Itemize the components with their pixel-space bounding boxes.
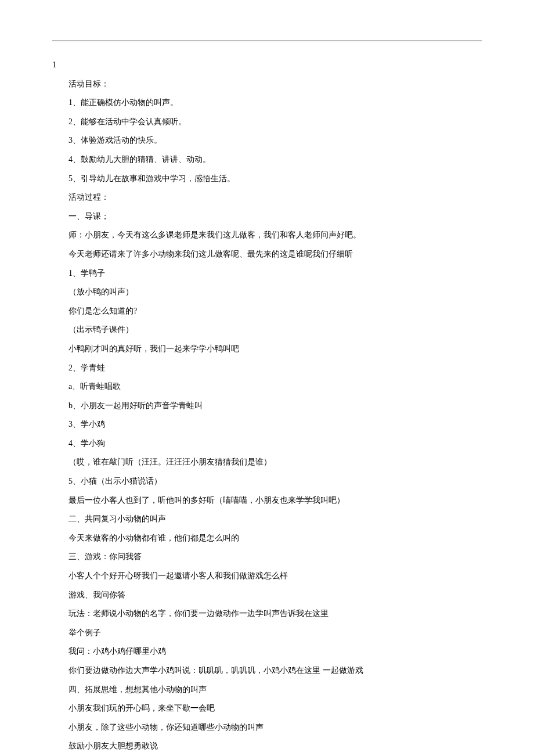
body-line: 1、学鸭子 (52, 266, 482, 282)
body-line: 今天来做客的小动物都有谁，他们都是怎么叫的 (52, 531, 482, 546)
body-line: （出示鸭子课件） (52, 322, 482, 338)
body-line: 2、学青蛙 (52, 361, 482, 376)
body-line: 小朋友，除了这些小动物，你还知道哪些小动物的叫声 (52, 720, 482, 736)
document-page: 1 活动目标： 1、能正确模仿小动物的叫声。 2、能够在活动中学会认真倾听。 3… (0, 0, 534, 756)
body-line: （放小鸭的叫声） (52, 285, 482, 300)
body-line: 今天老师还请来了许多小动物来我们这儿做客呢、最先来的这是谁呢我们仔细听 (52, 247, 482, 262)
body-line: 小朋友我们玩的开心吗，来坐下歇一会吧 (52, 701, 482, 717)
body-line: 4、学小狗 (52, 436, 482, 452)
body-line: 3、体验游戏活动的快乐。 (52, 133, 482, 149)
body-line: 师：小朋友，今天有这么多课老师是来我们这儿做客，我们和客人老师问声好吧。 (52, 228, 482, 243)
body-line: 活动目标： (52, 77, 482, 92)
body-line: 4、鼓励幼儿大胆的猜猜、讲讲、动动。 (52, 152, 482, 168)
body-line: 鼓励小朋友大胆想勇敢说 (52, 739, 482, 754)
body-line: 一、导课； (52, 209, 482, 225)
body-line: 活动过程： (52, 190, 482, 206)
body-line: b、小朋友一起用好听的声音学青蛙叫 (52, 398, 482, 414)
body-line: 四、拓展思维，想想其他小动物的叫声 (52, 682, 482, 698)
body-line: a、听青蛙唱歌 (52, 379, 482, 395)
body-line: 5、引导幼儿在故事和游戏中学习，感悟生活。 (52, 171, 482, 187)
body-line: （哎，谁在敲门听（汪汪。汪汪汪小朋友猜猜我们是谁） (52, 455, 482, 470)
body-line: 最后一位小客人也到了，听他叫的多好听（喵喵喵，小朋友也来学学我叫吧） (52, 493, 482, 509)
body-line: 三、游戏：你问我答 (52, 549, 482, 565)
section-number: 1 (52, 57, 482, 73)
body-line: 举个例子 (52, 625, 482, 641)
body-line: 玩法：老师说小动物的名字，你们要一边做动作一边学叫声告诉我在这里 (52, 606, 482, 622)
body-line: 小客人个个好开心呀我们一起邀请小客人和我们做游戏怎么样 (52, 568, 482, 584)
body-line: 2、能够在活动中学会认真倾听。 (52, 114, 482, 130)
body-line: 游戏、我问你答 (52, 588, 482, 603)
body-line: 你们是怎么知道的? (52, 304, 482, 319)
body-line: 3、学小鸡 (52, 417, 482, 433)
horizontal-rule (52, 41, 482, 41)
body-line: 1、能正确模仿小动物的叫声。 (52, 95, 482, 111)
body-line: 小鸭刚才叫的真好听，我们一起来学学小鸭叫吧 (52, 341, 482, 357)
body-line: 你们要边做动作边大声学小鸡叫说：叽叽叽，叽叽叽，小鸡小鸡在这里 一起做游戏 (52, 663, 482, 679)
body-line: 我问：小鸡小鸡仔哪里小鸡 (52, 644, 482, 660)
body-line: 5、小猫（出示小猫说话） (52, 474, 482, 489)
body-line: 二、共同复习小动物的叫声 (52, 512, 482, 527)
